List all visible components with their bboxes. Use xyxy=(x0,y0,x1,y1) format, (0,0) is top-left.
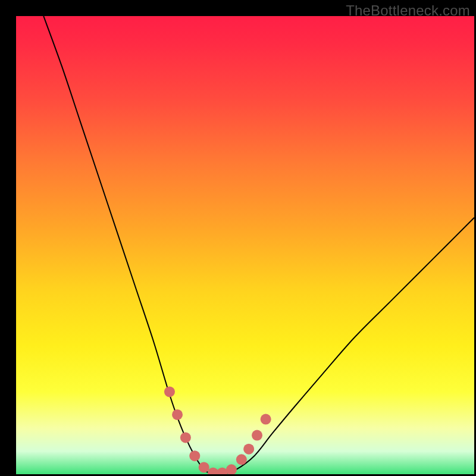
highlight-marker xyxy=(172,409,183,420)
highlight-marker xyxy=(199,462,209,472)
highlight-marker xyxy=(180,432,191,443)
chart-svg xyxy=(16,16,474,474)
highlight-marker xyxy=(243,444,254,455)
highlight-marker xyxy=(217,468,228,474)
highlight-marker xyxy=(208,468,218,474)
highlight-marker xyxy=(226,464,237,474)
highlight-marker xyxy=(236,454,247,465)
highlight-marker xyxy=(252,430,262,441)
highlight-marker xyxy=(261,414,271,425)
plot-area xyxy=(16,16,474,474)
highlight-marker xyxy=(189,450,200,461)
bottleneck-curve-line xyxy=(43,16,474,474)
highlight-markers xyxy=(164,386,271,474)
highlight-marker xyxy=(164,386,175,397)
